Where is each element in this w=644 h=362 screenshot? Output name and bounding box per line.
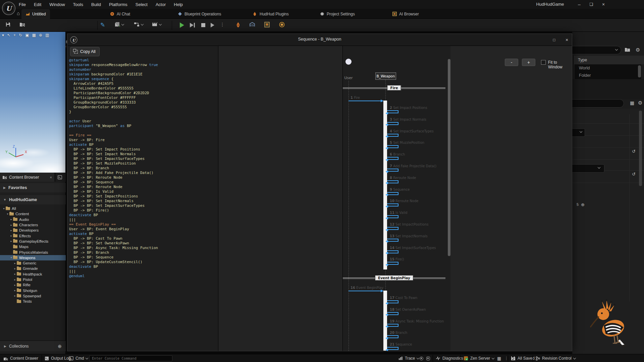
menu-actor[interactable]: Actor — [152, 2, 170, 7]
details-search-field[interactable] — [569, 99, 624, 108]
bridge-icon[interactable] — [249, 22, 256, 28]
output-log-button[interactable]: Output Log — [45, 354, 71, 362]
tab-output-log-partial[interactable] — [56, 173, 66, 182]
console-command-field[interactable] — [89, 355, 172, 361]
select-tool-icon[interactable]: ↖ — [7, 33, 10, 38]
outliner-scrollbar[interactable] — [638, 65, 641, 77]
console-command-input[interactable] — [90, 356, 172, 361]
tree-item-physicsmaterials[interactable]: PhysicsMaterials — [0, 249, 66, 255]
modal-title-bar[interactable]: U Sequence - B_Weapon □ × — [67, 34, 572, 46]
add-collection-icon[interactable]: ⊕ — [58, 344, 62, 349]
menu-help[interactable]: Help — [170, 2, 187, 7]
details-table-icon[interactable]: ▦ — [630, 100, 634, 106]
scale-tool-icon[interactable]: ▣ — [25, 33, 29, 38]
tree-item-shotgun[interactable]: ▸Shotgun — [0, 288, 66, 293]
collections-section[interactable]: ▶ Collections ⊕ — [0, 341, 66, 351]
camera-speed-icon[interactable]: ▥ — [45, 33, 49, 38]
tree-item-healthpack[interactable]: ▸Healthpack — [0, 272, 66, 277]
tree-item-generic[interactable]: ▸Generic — [0, 260, 66, 266]
gold-badge-icon[interactable] — [278, 22, 285, 28]
tree-item-weapons[interactable]: ▾Weapons — [0, 255, 66, 260]
outliner-settings-gear-icon[interactable]: ⚙ — [636, 47, 640, 53]
menu-tools[interactable]: Tools — [69, 2, 87, 7]
viewport-menu-icon[interactable]: ▾ — [2, 33, 4, 38]
play-button[interactable] — [180, 22, 184, 28]
collapse-arrow-icon[interactable]: ▼ — [3, 198, 6, 201]
tree-item-effects[interactable]: ▸Effects — [0, 233, 66, 238]
tab-hudhud-plugins[interactable]: HudHud Plugins — [249, 9, 293, 19]
zoom-out-button[interactable]: - — [505, 59, 518, 66]
menu-file[interactable]: File — [15, 2, 30, 7]
tab-untitled[interactable]: Untitled — [21, 9, 50, 19]
tab-project-settings[interactable]: Project Settings — [316, 9, 359, 19]
tab-content-browser[interactable]: Content Browser × — [0, 173, 54, 182]
insights-grid-icon[interactable]: ▦ — [497, 354, 501, 362]
restore-button[interactable]: ❏ — [586, 0, 596, 9]
cmd-dropdown[interactable]: Cmd — [69, 354, 88, 362]
snapshot-button[interactable] — [426, 354, 430, 362]
tree-item-pistol[interactable]: ▸Pistol — [0, 277, 66, 282]
expand-arrow-icon[interactable]: ▸ — [9, 229, 13, 232]
outliner-row-world[interactable]: World — [575, 64, 641, 72]
expand-arrow-icon[interactable]: ▶ — [3, 186, 6, 189]
details-dropdown[interactable] — [569, 164, 604, 173]
plantuml-code[interactable]: @startumlskinparam responseMessageBelowA… — [69, 58, 158, 279]
home-icon[interactable]: ⌂ — [17, 10, 20, 16]
record-button[interactable] — [420, 354, 423, 362]
tree-item-tests[interactable]: Tests — [0, 299, 66, 304]
minimize-button[interactable]: – — [574, 0, 584, 9]
reset-property-icon[interactable]: ↺ — [632, 149, 636, 154]
cinematics-icon[interactable] — [152, 22, 158, 28]
all-saved-button[interactable]: All Saved — [511, 354, 535, 362]
tab-ai-chat[interactable]: AI Chat — [106, 9, 134, 19]
menu-window[interactable]: Window — [45, 2, 69, 7]
menu-platforms[interactable]: Platforms — [105, 2, 131, 7]
blueprints-dropdown-icon[interactable] — [133, 22, 140, 28]
tree-item-spawnpad[interactable]: ▸Spawnpad — [0, 293, 66, 299]
stop-button[interactable] — [201, 23, 205, 27]
close-tab-icon[interactable]: × — [50, 175, 52, 179]
expand-arrow-icon[interactable]: ▸ — [13, 262, 17, 265]
zen-server-dropdown[interactable]: Zen Server — [464, 354, 494, 362]
tree-item-developers[interactable]: ▸Developers — [0, 228, 66, 233]
content-drawer-button[interactable]: Content Drawer — [3, 354, 38, 362]
snap-grid-icon[interactable]: ▦ — [32, 33, 36, 38]
tab-ai-browser[interactable]: AI Browser — [388, 9, 423, 19]
expand-arrow-icon[interactable]: ▸ — [9, 234, 13, 237]
tree-item-audio[interactable]: ▸Audio — [0, 217, 66, 222]
project-section[interactable]: ▼ HudHudGame — [0, 195, 66, 204]
tree-item-characters[interactable]: ▸Characters — [0, 222, 66, 228]
add-actor-chevron-icon[interactable] — [121, 23, 124, 25]
tree-item-all[interactable]: ▾All — [0, 206, 66, 211]
collapse-arrow-icon[interactable]: ▾ — [6, 213, 9, 216]
copy-all-button[interactable]: Copy All — [70, 47, 100, 56]
hudhud-flame-icon[interactable] — [235, 22, 241, 28]
expand-arrow-icon[interactable]: ▸ — [13, 294, 17, 297]
skip-button[interactable] — [211, 23, 214, 27]
revision-control-dropdown[interactable]: Revision Control — [536, 354, 576, 362]
details-scrollbar[interactable] — [639, 111, 642, 186]
save-icon[interactable] — [5, 22, 11, 28]
blueprints-chevron-icon[interactable] — [141, 23, 144, 25]
move-tool-icon[interactable]: + — [13, 33, 16, 38]
expand-arrow-icon[interactable]: ▸ — [13, 267, 17, 270]
world-space-icon[interactable]: ⊕ — [39, 33, 42, 38]
expand-arrow-icon[interactable]: ▸ — [9, 224, 13, 227]
expand-arrow-icon[interactable]: ▸ — [13, 289, 17, 292]
menu-edit[interactable]: Edit — [30, 2, 45, 7]
close-button[interactable]: × — [598, 0, 608, 9]
fit-to-window-checkbox[interactable] — [541, 60, 546, 65]
tree-item-rifle[interactable]: ▸Rifle — [0, 282, 66, 288]
framed-panel-icon[interactable] — [264, 22, 270, 28]
trace-dropdown[interactable]: Trace — [398, 354, 419, 362]
tree-item-content[interactable]: ▾Content — [0, 211, 66, 217]
outliner-row-folder[interactable]: Folder — [575, 72, 641, 79]
play-detached-button[interactable] — [190, 23, 194, 27]
cinematics-chevron-icon[interactable] — [159, 23, 162, 25]
viewport-3d[interactable]: ▾ ↖ + ↻ ▣ ▦ ⊕ ▥ Z Y X — [0, 32, 66, 173]
expand-arrow-icon[interactable]: ▸ — [13, 278, 17, 281]
details-gear-icon[interactable]: ⚙ — [638, 100, 642, 106]
content-import-icon[interactable] — [19, 22, 25, 28]
menu-select[interactable]: Select — [131, 2, 152, 7]
tree-item-grenade[interactable]: ▸Grenade — [0, 266, 66, 271]
